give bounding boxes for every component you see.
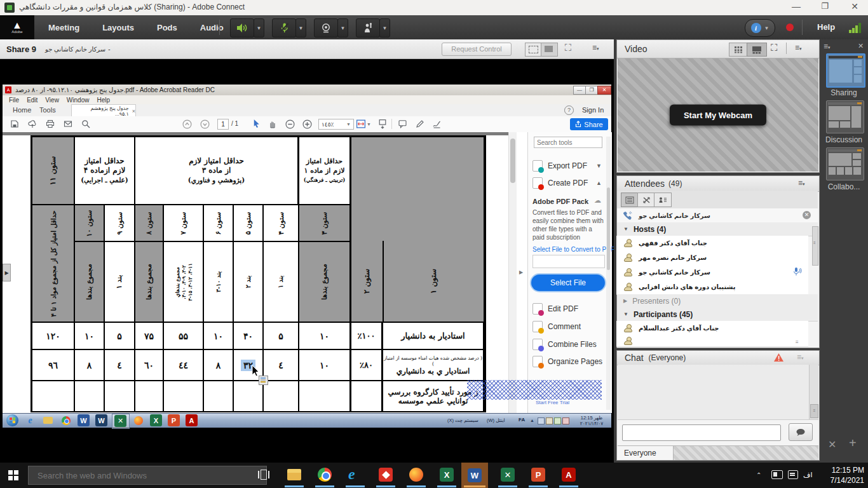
video-grid-view-icon[interactable] <box>729 43 748 57</box>
taskbar-search-input[interactable] <box>28 466 267 485</box>
layout-collaboration-label[interactable]: Collabo... <box>820 182 868 191</box>
zoom-level-select[interactable]: ١٤٥٪▼ <box>318 119 354 130</box>
tab-document[interactable]: جدول پنج پژوهشم ۹۵.۱... × <box>71 104 136 117</box>
export-pdf-item[interactable]: Export PDF ▼ <box>532 160 587 172</box>
chat-input[interactable] <box>622 424 781 441</box>
attendee-status-view-icon[interactable] <box>654 193 672 207</box>
comment-item[interactable]: Comment <box>532 321 581 332</box>
presenters-section-header[interactable]: ▶ Presenters (0) <box>617 294 818 308</box>
win7-firefox-icon[interactable] <box>132 414 144 426</box>
select-file-link[interactable]: Select File to Convert to PDF <box>532 246 615 253</box>
attendee-row[interactable]: پشتيبان دوره هاي دانش افزايي <box>616 280 808 295</box>
tab-close-icon[interactable]: × <box>132 108 135 114</box>
win7-excel-icon[interactable]: X <box>150 414 162 426</box>
reader-menu-edit[interactable]: Edit <box>27 97 37 104</box>
win7-adobe-icon[interactable]: A <box>186 414 198 426</box>
fullscreen-icon[interactable]: ⛶ <box>562 42 574 55</box>
attendee-row[interactable]: جناب آقاي دكتر عبدالسلام <box>616 321 808 336</box>
menu-pods[interactable]: Pods <box>157 23 177 32</box>
share-view-toggle-2[interactable] <box>541 43 558 57</box>
create-pdf-item[interactable]: Create PDF ▲ <box>532 177 588 189</box>
scrolling-mode-icon[interactable] <box>377 119 388 129</box>
menu-layouts[interactable]: Layouts <box>102 23 134 32</box>
attendee-row[interactable]: جناب آقاي دكتر فقهي <box>616 236 808 251</box>
powerpoint-icon[interactable]: P <box>531 468 545 482</box>
breakout-view-icon[interactable] <box>637 193 655 207</box>
share-pod-menu-icon[interactable]: ≡▾ <box>592 43 599 52</box>
panel-scrollbar[interactable] <box>606 137 611 410</box>
chevron-down-icon[interactable]: ▼ <box>367 122 371 126</box>
start-webcam-button[interactable]: Start My Webcam <box>670 105 766 126</box>
chat-scrollbar[interactable]: ≡ <box>809 365 818 419</box>
reader-restore-icon[interactable]: ❐ <box>585 86 598 95</box>
win7-language-indicator[interactable]: FA <box>519 417 525 423</box>
panel-collapse-arrow[interactable]: ▶ <box>519 269 523 275</box>
reader-menu-file[interactable]: File <box>9 97 19 104</box>
print-icon[interactable] <box>46 119 55 128</box>
raise-hand-button[interactable] <box>356 18 380 37</box>
scrollbar-thumb[interactable]: ≡ <box>810 404 818 418</box>
reader-menu-window[interactable]: Window <box>67 97 90 104</box>
connect-addin-icon[interactable]: ✕ <box>501 468 515 482</box>
select-tool-icon[interactable] <box>252 119 261 129</box>
reader-close-icon[interactable]: ✕ <box>597 86 611 95</box>
attendee-row[interactable]: سركار خانم كاشاني جو <box>616 265 808 280</box>
layouts-menu-icon[interactable]: ≡▾ <box>824 42 831 51</box>
page-down-icon[interactable] <box>200 119 210 129</box>
tray-chevron-icon[interactable]: ⌃ <box>756 471 761 478</box>
video-pod-menu-icon[interactable]: ≡▾ <box>795 43 802 52</box>
fit-width-icon[interactable] <box>356 119 366 129</box>
reader-menu-help[interactable]: Help <box>97 97 110 104</box>
layout-tools-icon[interactable]: ✕ <box>828 438 836 451</box>
layout-sharing-thumb[interactable] <box>826 53 865 88</box>
reader-minimize-icon[interactable]: — <box>573 86 586 95</box>
select-file-button[interactable]: Select File <box>531 274 605 291</box>
organize-pages-item[interactable]: Organize Pages <box>532 356 602 367</box>
tray-tablet-icon[interactable] <box>771 470 783 479</box>
win7-chrome-icon[interactable] <box>60 414 72 426</box>
page-number-input[interactable]: 1 <box>217 119 229 130</box>
share-view-toggle-1[interactable] <box>525 43 542 57</box>
sign-icon[interactable] <box>432 119 442 128</box>
mic-dropdown[interactable]: ▼ <box>295 18 306 37</box>
add-layout-icon[interactable]: + <box>849 436 857 451</box>
attendees-pod-menu-icon[interactable]: ≡▾ <box>798 179 805 187</box>
raise-hand-dropdown[interactable]: ▼ <box>379 18 390 37</box>
page-up-icon[interactable] <box>182 119 192 129</box>
video-fullscreen-icon[interactable]: ⛶ <box>771 42 778 53</box>
layout-discussion-thumb[interactable] <box>826 100 864 133</box>
scrollbar-thumb[interactable] <box>510 139 515 183</box>
win7-active-app-slot[interactable]: ✕ <box>112 414 130 429</box>
start-button[interactable] <box>8 470 18 480</box>
help-menu[interactable]: Help <box>817 22 835 32</box>
zoom-in-icon[interactable] <box>302 119 312 129</box>
chrome-icon[interactable] <box>318 468 332 482</box>
chat-warning-icon[interactable] <box>773 353 784 362</box>
layout-collaboration-thumb[interactable] <box>826 147 864 180</box>
adobe-reader-icon[interactable]: A <box>562 468 576 482</box>
win7-ie-icon[interactable]: e <box>24 414 36 426</box>
video-filmstrip-view-icon[interactable] <box>747 43 767 57</box>
connection-status-button[interactable]: i ▼ <box>745 19 775 37</box>
speaker-button[interactable] <box>230 18 254 37</box>
attendee-row[interactable]: سركار خانم نصره مهر <box>616 250 808 266</box>
combine-files-item[interactable]: Combine Files <box>532 339 597 350</box>
reader-share-button[interactable]: Share <box>570 118 608 130</box>
sign-in-link[interactable]: Sign In <box>582 106 604 114</box>
notification-center-icon[interactable] <box>788 470 798 479</box>
webcam-dropdown[interactable]: ▼ <box>337 18 348 37</box>
chat-tab-everyone[interactable]: Everyone <box>618 446 674 460</box>
excel-icon[interactable]: X <box>440 468 454 482</box>
chat-send-button[interactable] <box>789 423 813 441</box>
hosts-section-header[interactable]: ▼ Hosts (4) <box>617 222 818 236</box>
attendee-list-view-icon[interactable] <box>621 193 639 207</box>
win7-tray-chevron-icon[interactable]: ▲ <box>530 418 534 423</box>
webcam-button[interactable] <box>314 18 338 37</box>
pencil-icon[interactable] <box>416 119 424 128</box>
save-icon[interactable] <box>10 119 19 128</box>
close-icon[interactable]: ✕ <box>845 1 864 11</box>
menu-audio[interactable]: Audio <box>200 23 224 32</box>
taskbar-clock[interactable]: 12:15 PM 7/14/2021 <box>820 465 864 485</box>
edit-pdf-item[interactable]: Edit PDF <box>532 303 578 315</box>
zoom-out-icon[interactable] <box>285 119 295 129</box>
